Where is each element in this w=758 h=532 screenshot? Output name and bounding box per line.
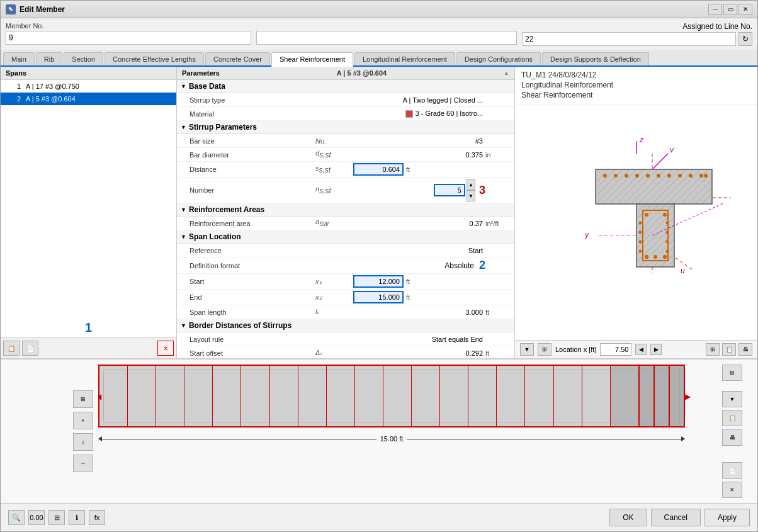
span-item-2[interactable]: 2 A | 5 #3 @0.604 <box>1 93 176 105</box>
footer-tools: 🔍 0.00 ⊞ ℹ fx <box>8 510 105 525</box>
span-num-2: 2 <box>8 95 21 103</box>
beam-move-button[interactable]: ↔ <box>73 455 93 472</box>
cancel-button[interactable]: Cancel <box>651 509 701 526</box>
restore-button[interactable]: ▭ <box>723 4 737 15</box>
svg-text:y: y <box>584 230 589 239</box>
tab-design-supports[interactable]: Design Supports & Deflection <box>542 52 649 65</box>
section-stirrup-params[interactable]: ▼ Stirrup Parameters <box>177 121 514 134</box>
beam-filter-button[interactable]: ▼ <box>722 391 742 407</box>
copy-img-button[interactable]: 📋 <box>722 343 736 356</box>
new-item-button[interactable]: 📋 <box>3 341 20 356</box>
search-button[interactable]: 🔍 <box>8 510 25 525</box>
stepper-up-button[interactable]: ▲ <box>467 179 475 190</box>
member-input[interactable] <box>6 31 251 45</box>
content-area: Member No. Assigned to Line No. ↻ Main R… <box>1 18 757 531</box>
number-input[interactable] <box>434 184 465 196</box>
copy-button[interactable]: 📄 <box>22 341 38 356</box>
main-window: ✎ Edit Member ─ ▭ ✕ Member No. Assigned … <box>0 0 758 532</box>
location-bar: ▼ ⊞ Location x [ft] ◀ ▶ ⊞ 📋 🖶 <box>515 340 757 358</box>
param-sym-distance: ss,st <box>315 164 353 174</box>
delete-button[interactable]: ✕ <box>157 341 174 356</box>
section-base-data-label: Base Data <box>189 82 225 91</box>
param-name-reference: Reference <box>190 247 315 254</box>
tab-longitudinal[interactable]: Longitudinal Reinforcement <box>354 52 455 65</box>
param-val-stirrup-type: A | Two legged | Closed ... <box>353 96 485 104</box>
tab-design-config[interactable]: Design Configurations <box>456 52 541 65</box>
export-button[interactable]: ⊞ <box>706 343 720 356</box>
close-button[interactable]: ✕ <box>738 4 752 15</box>
extra-input[interactable] <box>256 31 517 45</box>
filter-button[interactable]: ▼ <box>520 343 534 356</box>
formula-button[interactable]: fx <box>89 510 105 525</box>
param-val-start <box>353 275 406 288</box>
param-sym-span-length: lₛ <box>315 308 353 316</box>
distance-input[interactable] <box>353 163 404 176</box>
row-span-length: Span length lₛ 3.000 ft <box>177 305 514 319</box>
line-label: Assigned to Line No. <box>682 22 752 31</box>
member-info-name: TU_M1 24/8/0/8/24/12 <box>521 71 751 79</box>
param-name-bar-size: Bar size <box>190 137 315 145</box>
span-item-1[interactable]: 1 A | 17 #3 @0.750 <box>1 80 176 93</box>
tab-section[interactable]: Section <box>64 52 103 65</box>
beam-print-button[interactable]: 🖶 <box>722 429 742 445</box>
svg-point-16 <box>645 213 648 217</box>
value-button[interactable]: 0.00 <box>28 510 45 525</box>
tab-concrete-eff[interactable]: Concrete Effective Lengths <box>105 52 204 65</box>
tab-concrete-cover[interactable]: Concrete Cover <box>205 52 270 65</box>
row-start: Start x₁ ft <box>177 274 514 290</box>
params-title: Parameters <box>182 69 220 77</box>
param-name-start-offset: Start offset <box>190 349 315 357</box>
svg-text:v: v <box>670 145 674 154</box>
param-name-layout-rule: Layout rule <box>190 336 315 343</box>
tab-main[interactable]: Main <box>3 52 35 65</box>
stepper-down-button[interactable]: ▼ <box>467 190 475 201</box>
ok-button[interactable]: OK <box>609 509 647 526</box>
beam-inner-border <box>103 370 680 422</box>
param-name-stirrup-type: Stirrup type <box>190 96 315 104</box>
line-input[interactable] <box>522 32 736 46</box>
number-stepper-area: ▲ ▼ 3 <box>353 179 485 201</box>
param-name-span-length: Span length <box>190 308 315 316</box>
tab-shear[interactable]: Shear Reinforcement <box>271 52 353 67</box>
beam-copy-button[interactable]: 📋 <box>722 410 742 426</box>
nav-prev-button[interactable]: ◀ <box>635 344 647 355</box>
beam-note-button[interactable]: 📄 <box>722 462 742 478</box>
section-span-location[interactable]: ▼ Span Location <box>177 230 514 244</box>
apply-button[interactable]: Apply <box>704 509 750 526</box>
view-button[interactable]: ⊞ <box>538 343 552 356</box>
minimize-button[interactable]: ─ <box>708 4 722 15</box>
top-fields: Member No. Assigned to Line No. ↻ <box>1 18 757 50</box>
params-table: ▼ Base Data Stirrup type A | Two legged … <box>177 80 514 358</box>
location-input[interactable] <box>600 343 631 356</box>
print-button[interactable]: 🖶 <box>738 343 752 356</box>
param-name-number: Number <box>190 186 315 194</box>
svg-point-35 <box>638 230 642 234</box>
section-base-data[interactable]: ▼ Base Data <box>177 80 514 93</box>
row-reinf-area: Reinforcement area asw 0.37 in²/ft <box>177 217 514 230</box>
param-unit-start-offset: ft <box>485 349 511 357</box>
row-number: Number ns,st ▲ ▼ 3 <box>177 178 514 203</box>
refresh-button[interactable]: ↻ <box>738 32 752 46</box>
end-input[interactable] <box>353 291 404 303</box>
param-name-material: Material <box>190 110 315 118</box>
start-input[interactable] <box>353 275 404 288</box>
param-sym-start-offset: Δₛ <box>315 349 353 357</box>
beam-section-button[interactable]: ⊞ <box>722 365 742 381</box>
beam-rect <box>98 365 685 427</box>
beam-zoom-button[interactable]: ↕ <box>73 433 93 451</box>
beam-right-arrow: ▶ <box>685 392 691 401</box>
table-button[interactable]: ⊞ <box>48 510 65 525</box>
svg-point-36 <box>638 240 642 243</box>
nav-next-button[interactable]: ▶ <box>650 344 662 355</box>
section-reinf-areas[interactable]: ▼ Reinforcement Areas <box>177 203 514 217</box>
beam-grid-button[interactable]: ⊞ <box>73 390 93 408</box>
param-val-reference: Start <box>353 247 485 254</box>
tab-rib[interactable]: Rib <box>36 52 63 65</box>
svg-rect-12 <box>596 169 712 204</box>
beam-cross-button[interactable]: ✕ <box>722 482 742 498</box>
param-val-end <box>353 291 406 303</box>
beam-view-button[interactable]: + <box>73 412 93 429</box>
info-button[interactable]: ℹ <box>69 510 85 525</box>
section-border-dist[interactable]: ▼ Border Distances of Stirrups <box>177 319 514 332</box>
svg-point-31 <box>645 255 648 259</box>
